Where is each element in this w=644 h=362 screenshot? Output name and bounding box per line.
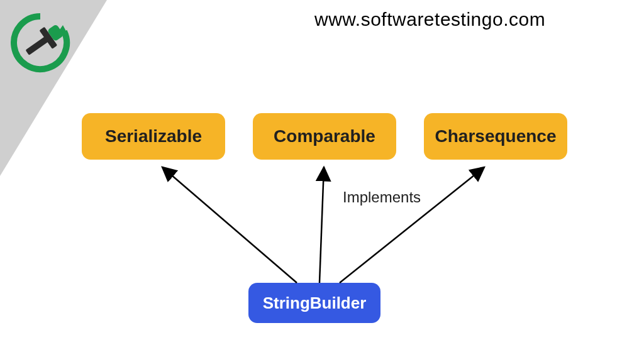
interface-serializable: Serializable bbox=[82, 113, 225, 160]
class-label: StringBuilder bbox=[263, 293, 367, 313]
arrow-to-comparable bbox=[319, 167, 324, 283]
relationship-label: Implements bbox=[343, 189, 421, 206]
interface-charsequence: Charsequence bbox=[424, 113, 567, 160]
arrow-to-charsequence bbox=[340, 167, 484, 283]
interface-label: Serializable bbox=[105, 126, 202, 146]
class-stringbuilder: StringBuilder bbox=[248, 283, 380, 323]
website-url: www.softwaretestingo.com bbox=[314, 9, 545, 30]
interface-comparable: Comparable bbox=[253, 113, 396, 160]
brand-logo bbox=[9, 11, 72, 74]
arrow-to-serializable bbox=[162, 167, 297, 283]
interface-label: Comparable bbox=[274, 126, 375, 146]
interface-label: Charsequence bbox=[435, 126, 557, 146]
